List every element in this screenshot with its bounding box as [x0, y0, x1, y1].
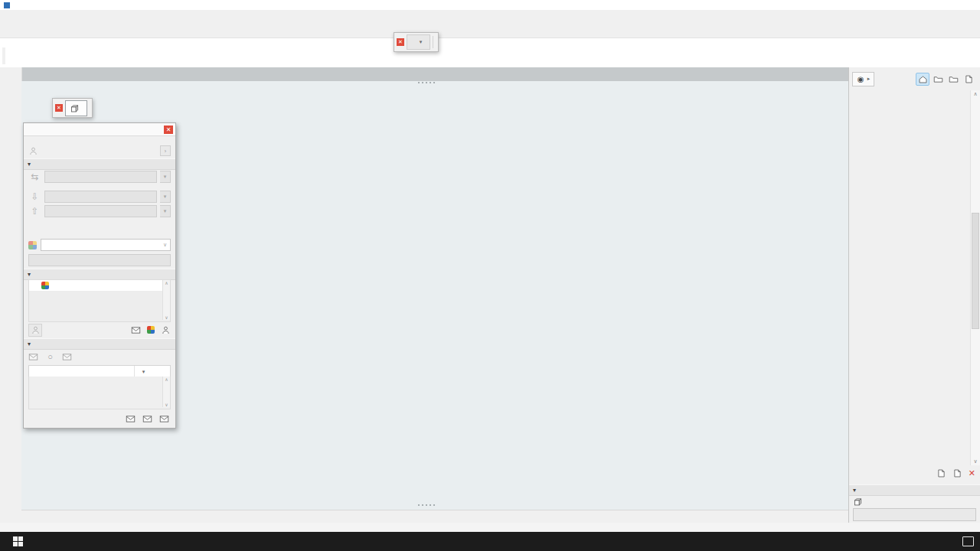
user-profile-button[interactable]	[28, 324, 42, 337]
navigator-panel: ◉ ▸ ∧ ∨ ✕ ▾	[848, 67, 980, 523]
title-bar	[0, 0, 980, 10]
project-map-icon	[918, 74, 928, 84]
users-list[interactable]: ∧∨	[28, 279, 171, 322]
messages-list[interactable]: ∧∨	[28, 377, 171, 409]
release-button[interactable]	[44, 205, 157, 217]
colored-workspaces-icon	[28, 241, 37, 249]
collapse-caret-icon: ▾	[28, 271, 31, 278]
close-icon[interactable]: ✕	[164, 126, 173, 134]
send-message-icon[interactable]	[131, 325, 141, 335]
collapse-caret-icon: ▾	[28, 161, 31, 168]
view-map-icon	[933, 74, 943, 84]
standard-toolbar	[0, 21, 980, 38]
3d-window-button[interactable]	[65, 100, 87, 116]
properties-section-header[interactable]: ▾	[849, 484, 980, 496]
user-color-icon	[41, 282, 49, 289]
toolbar-dock-handle[interactable]	[418, 82, 435, 83]
messages-col-when[interactable]: ▾	[135, 369, 170, 375]
offline-user-icon	[28, 146, 38, 156]
maximize-button[interactable]	[934, 0, 957, 10]
open-message-icon[interactable]	[126, 414, 136, 424]
inbox-icon[interactable]	[28, 352, 38, 362]
collapse-caret-icon: ▾	[28, 341, 31, 347]
minimize-button[interactable]	[911, 0, 934, 10]
teamwork-palette: ✕ › ▾ ⇆ ▾ ⇩ ▾ ⇧ ▾	[23, 122, 176, 429]
settings-button[interactable]	[853, 508, 976, 521]
new-viewpoint-icon[interactable]	[952, 468, 962, 478]
scroll-up-icon[interactable]: ∧	[971, 91, 980, 97]
axonometry-icon	[853, 497, 863, 507]
reply-message-icon[interactable]	[142, 414, 152, 424]
project-chooser-icon: ◉	[855, 73, 866, 84]
messages-section-header[interactable]: ▾	[24, 338, 175, 350]
navigator-scrollbar[interactable]: ∧ ∨	[970, 90, 980, 465]
start-button[interactable]	[0, 532, 35, 551]
users-section-header[interactable]: ▾	[24, 269, 175, 280]
chevron-right-icon: ▸	[866, 76, 871, 82]
toolbox	[0, 67, 22, 523]
delete-icon[interactable]: ✕	[969, 468, 975, 478]
dropdown-caret[interactable]: ▾	[160, 191, 171, 203]
release-icon: ⇧	[28, 205, 41, 218]
layout-book-icon	[949, 74, 959, 84]
3d-visualization-toolbar: ✕	[52, 98, 93, 118]
tab-bar	[21, 67, 848, 81]
toolbar-dock-handle[interactable]	[418, 504, 435, 506]
system-tray	[935, 532, 980, 551]
workspace-section-header[interactable]: ▾	[24, 158, 175, 170]
person-icon	[31, 325, 41, 335]
app-icon	[4, 2, 10, 8]
separator	[433, 36, 433, 48]
palette-title-bar[interactable]: ✕	[24, 123, 175, 136]
my-workspace-button[interactable]	[28, 254, 171, 266]
close-toolbar-icon[interactable]: ✕	[55, 104, 63, 112]
status-bar	[0, 523, 980, 532]
pending-icon[interactable]: ○	[45, 352, 55, 362]
view-map-button[interactable]	[931, 73, 945, 86]
publisher-button[interactable]	[962, 73, 975, 86]
close-button[interactable]	[957, 0, 980, 10]
collapse-caret-icon: ▾	[853, 487, 856, 494]
basic-toolbar	[2, 47, 5, 64]
3d-window-icon	[70, 103, 80, 113]
project-map-button[interactable]	[916, 73, 929, 86]
scroll-down-icon[interactable]: ∨	[971, 458, 980, 465]
new-message-icon[interactable]	[159, 414, 169, 424]
quick-options-bar	[21, 510, 848, 523]
dropdown-caret[interactable]: ▾	[160, 171, 171, 183]
user-row[interactable]	[29, 280, 170, 291]
user-settings-icon[interactable]	[161, 325, 171, 335]
archicad-window: ✕ ▾ ✕ ✕ › ▾	[0, 0, 980, 551]
send-receive-icon: ⇆	[28, 171, 41, 184]
scrollbar-thumb[interactable]	[972, 213, 979, 329]
teamwork-toolbar: ✕ ▾	[394, 32, 439, 52]
send-receive-button[interactable]: ▾	[407, 34, 430, 50]
colored-workspaces-select[interactable]: ∨	[41, 239, 171, 251]
chevron-down-icon: ▾	[141, 369, 146, 375]
chevron-down-icon: ∨	[163, 242, 167, 248]
publisher-icon	[964, 74, 974, 84]
close-toolbar-icon[interactable]: ✕	[397, 38, 404, 46]
windows-logo-icon	[13, 536, 23, 546]
windows-taskbar	[0, 532, 980, 551]
expand-icon[interactable]: ›	[160, 145, 171, 156]
clone-folder-icon[interactable]	[936, 468, 946, 478]
messages-scrollbar[interactable]: ∧∨	[162, 377, 170, 407]
sent-icon[interactable]	[62, 352, 72, 362]
messages-col-from[interactable]	[29, 366, 135, 377]
reserve-button[interactable]	[44, 191, 157, 203]
reserve-icon: ⇩	[28, 191, 41, 204]
project-chooser-button[interactable]: ◉ ▸	[852, 72, 874, 86]
dropdown-caret[interactable]: ▾	[160, 205, 171, 217]
layout-book-button[interactable]	[946, 73, 960, 86]
navigator-tree	[849, 90, 971, 465]
action-center-icon[interactable]	[962, 536, 974, 546]
users-scrollbar[interactable]: ∧∨	[162, 280, 170, 320]
menu-bar	[0, 10, 980, 21]
dropdown-caret[interactable]: ▾	[418, 39, 423, 45]
user-colors-icon[interactable]	[147, 326, 155, 334]
send-receive-button[interactable]	[44, 171, 157, 183]
